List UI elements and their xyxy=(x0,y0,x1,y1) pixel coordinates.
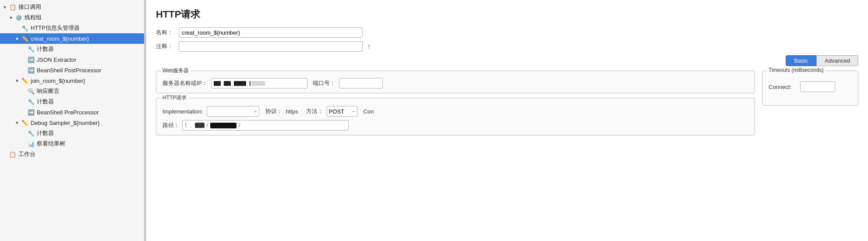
ip-dot-1: . xyxy=(222,81,223,86)
sidebar-item-xiancheng-zu[interactable]: ▼⚙️线程组 xyxy=(0,12,144,23)
arrow-annotation: ↑ xyxy=(367,42,371,51)
name-row: 名称： xyxy=(156,27,858,38)
implementation-select-wrapper: HttpClient4 xyxy=(207,106,259,117)
ip-dot-2: . xyxy=(232,81,233,86)
path-input[interactable]: /. ,. / / xyxy=(182,120,349,131)
method-select-wrapper: POST GET xyxy=(327,106,357,117)
sidebar-item-label-http-header: HTTP信息头管理器 xyxy=(31,24,80,32)
ip-seg-dots xyxy=(252,81,265,86)
tree-arrow-debug-sampler: ▼ xyxy=(15,120,21,125)
sidebar-item-creat-room[interactable]: ▼✏️creat_room_${number} xyxy=(0,33,144,44)
sidebar-item-gongzuotai[interactable]: 📋工作台 xyxy=(0,149,144,159)
implementation-select[interactable]: HttpClient4 xyxy=(207,106,259,117)
ip-seg-3 xyxy=(234,81,246,86)
sidebar-item-json-extractor[interactable]: ➡️JSON Extractor xyxy=(0,54,144,65)
timeouts-box: Timeouts (milliseconds) Connect: xyxy=(762,71,858,106)
sidebar-item-label-jishuqi-2: 计数器 xyxy=(37,98,54,106)
tree-icon-jiekou-tiaoyong: 📋 xyxy=(9,3,17,11)
tab-advanced[interactable]: Advanced xyxy=(816,55,858,66)
method-label: 方法： xyxy=(306,107,323,115)
path-comma: ,. xyxy=(190,123,193,128)
http-request-section-label: HTTP请求 xyxy=(161,94,188,102)
timeouts-label: Timeouts (milliseconds) xyxy=(767,67,826,73)
sidebar-item-beanshell-pre[interactable]: ➡️BeanShell PreProcessor xyxy=(0,107,144,117)
tree-icon-beanshell-post: ➡️ xyxy=(27,66,35,74)
protocol-value: https xyxy=(286,108,298,115)
sidebar-item-label-gongzuotai: 工作台 xyxy=(18,150,35,158)
sidebar-item-xiangying-duanyan[interactable]: 🔍响应断言 xyxy=(0,86,144,96)
sidebar-item-jiekou-tiaoyong[interactable]: ▼📋接口调用 xyxy=(0,2,144,12)
timeout-section: Timeouts (milliseconds) Connect: xyxy=(762,71,858,140)
path-slash: / xyxy=(207,122,208,128)
path-label: 路径： xyxy=(162,121,180,129)
tree-icon-chakan-jieguo: 📊 xyxy=(27,140,35,148)
sidebar-item-label-beanshell-pre: BeanShell PreProcessor xyxy=(37,109,99,116)
tree-arrow-creat-room: ▼ xyxy=(15,36,21,41)
sidebar-item-label-chakan-jieguo: 察看结果树 xyxy=(37,140,65,148)
tree-panel: ▼📋接口调用▼⚙️线程组🔧HTTP信息头管理器▼✏️creat_room_${n… xyxy=(0,0,145,241)
connect-input[interactable] xyxy=(800,82,835,92)
comment-input[interactable] xyxy=(179,41,363,52)
comment-label: 注释： xyxy=(156,43,179,50)
implementation-label: Implementation: xyxy=(162,108,203,115)
tab-basic[interactable]: Basic xyxy=(786,55,816,66)
sidebar-item-http-header[interactable]: 🔧HTTP信息头管理器 xyxy=(0,23,144,33)
server-ip-input[interactable]: . . . xyxy=(211,78,307,89)
tree-icon-gongzuotai: 📋 xyxy=(9,150,17,158)
path-seg-2 xyxy=(210,123,236,128)
web-server-section: Web服务器 服务器名称或IP： . . . 端口号： xyxy=(156,71,755,93)
sidebar-item-jishuqi-2[interactable]: 🔧计数器 xyxy=(0,96,144,107)
sidebar-item-join-room[interactable]: ▼✏️join_room_${number} xyxy=(0,75,144,86)
tree-arrow-xiancheng-zu: ▼ xyxy=(9,15,15,20)
sidebar-item-jishuqi-1[interactable]: 🔧计数器 xyxy=(0,44,144,54)
server-row: 服务器名称或IP： . . . 端口号： xyxy=(162,78,748,89)
connect-row: Connect: xyxy=(769,82,852,92)
content-encoding-label: Con xyxy=(363,108,374,115)
server-ip-label: 服务器名称或IP： xyxy=(162,79,208,87)
path-seg-1 xyxy=(195,123,205,128)
tree-icon-beanshell-pre: ➡️ xyxy=(27,108,35,116)
sidebar-item-label-json-extractor: JSON Extractor xyxy=(37,57,76,63)
tree-icon-jishuqi-2: 🔧 xyxy=(27,98,35,106)
tree-icon-http-header: 🔧 xyxy=(21,24,29,32)
sidebar-item-label-creat-room: creat_room_${number} xyxy=(31,35,89,42)
tree-icon-xiancheng-zu: ⚙️ xyxy=(15,14,23,21)
path-slash2: / xyxy=(239,122,240,128)
ip-seg-2 xyxy=(224,81,231,86)
connect-label: Connect: xyxy=(769,84,797,90)
tree-icon-xiangying-duanyan: 🔍 xyxy=(27,87,35,95)
sidebar-item-chakan-jieguo[interactable]: 📊察看结果树 xyxy=(0,138,144,149)
tree-icon-jishuqi-3: 🔧 xyxy=(27,129,35,137)
tab-bar: Basic Advanced xyxy=(156,55,858,66)
sidebar-item-label-xiancheng-zu: 线程组 xyxy=(25,14,42,21)
protocol-label: 协议： xyxy=(265,107,282,115)
sidebar-item-label-jishuqi-1: 计数器 xyxy=(37,45,54,53)
sidebar-item-label-xiangying-duanyan: 响应断言 xyxy=(37,87,60,95)
http-request-section: HTTP请求 Implementation: HttpClient4 协议： h… xyxy=(156,98,755,135)
tree-arrow-join-room: ▼ xyxy=(15,78,21,83)
port-label: 端口号： xyxy=(313,79,335,87)
path-prefix: /. xyxy=(185,122,188,128)
sidebar-item-label-debug-sampler: Debug Sampler_${number} xyxy=(31,120,100,126)
method-select[interactable]: POST GET xyxy=(327,106,357,117)
tree-icon-jishuqi-1: 🔧 xyxy=(27,45,35,53)
sidebar-item-label-beanshell-post: BeanShell PostProcessor xyxy=(37,67,101,74)
web-server-label: Web服务器 xyxy=(161,67,191,74)
ip-seg-4 xyxy=(249,81,251,86)
tree-icon-creat-room: ✏️ xyxy=(21,35,29,43)
right-panel: HTTP请求 名称： 注释： ↑ Basic Advanced Web服务器 服… xyxy=(146,0,868,241)
sidebar-item-label-join-room: join_room_${number} xyxy=(31,78,85,84)
sidebar-item-jishuqi-3[interactable]: 🔧计数器 xyxy=(0,128,144,138)
tree-icon-join-room: ✏️ xyxy=(21,77,29,85)
sidebar-item-debug-sampler[interactable]: ▼✏️Debug Sampler_${number} xyxy=(0,117,144,128)
tree-arrow-jiekou-tiaoyong: ▼ xyxy=(3,5,9,10)
ip-seg-1 xyxy=(214,81,221,86)
name-input[interactable] xyxy=(179,27,363,38)
sidebar-item-beanshell-post[interactable]: ➡️BeanShell PostProcessor xyxy=(0,65,144,75)
implementation-row: Implementation: HttpClient4 协议： https 方法… xyxy=(162,106,748,117)
left-sections: Web服务器 服务器名称或IP： . . . 端口号： xyxy=(156,71,755,140)
sidebar-item-label-jishuqi-3: 计数器 xyxy=(37,129,54,137)
port-input[interactable] xyxy=(339,78,383,89)
ip-dot-3: . xyxy=(247,81,248,86)
path-row: 路径： /. ,. / / xyxy=(162,120,748,131)
